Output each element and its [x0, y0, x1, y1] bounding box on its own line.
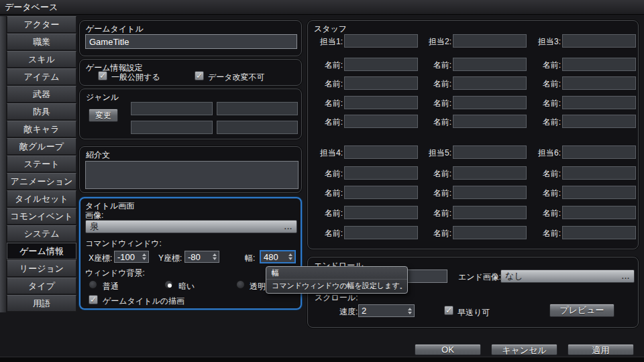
x-coord-spinner[interactable]: -100: [114, 251, 149, 263]
genre-field-3[interactable]: [131, 121, 213, 134]
staff-name-field[interactable]: [453, 76, 527, 90]
staff-name-field[interactable]: [453, 166, 527, 180]
staff-name-field[interactable]: [344, 206, 418, 219]
intro-group-label: 紹介文: [86, 149, 110, 161]
staff-role-field[interactable]: [344, 34, 418, 48]
end-image-label: エンド画像:: [458, 272, 501, 283]
staff-name-label: 名前:: [527, 168, 561, 180]
staff-role-field[interactable]: [453, 34, 527, 48]
draw-game-title-checkbox[interactable]: ✓: [89, 295, 98, 304]
staff-name-field[interactable]: [453, 206, 527, 219]
staff-role-field[interactable]: [562, 145, 636, 159]
public-release-checkbox[interactable]: ✓: [98, 71, 107, 80]
sidebar-tab-15[interactable]: タイプ: [7, 278, 76, 294]
sidebar-tab-10[interactable]: タイルセット: [7, 190, 76, 207]
staff-name-label: 名前:: [418, 60, 451, 71]
staff-name-field[interactable]: [453, 226, 527, 239]
window-bottom-edge: [0, 357, 644, 362]
game-title-input[interactable]: [85, 34, 297, 49]
sidebar-tab-9[interactable]: アニメーション: [7, 173, 76, 190]
staff-name-field[interactable]: [344, 226, 418, 239]
genre-change-button[interactable]: 変更: [89, 109, 118, 122]
staff-name-field[interactable]: [562, 186, 636, 199]
speed-spinner[interactable]: 2: [358, 304, 415, 317]
scroll-label: スクロール:: [315, 292, 358, 304]
preview-button[interactable]: プレビュー: [549, 304, 614, 317]
sidebar-edge-strip: [0, 16, 6, 312]
fast-forward-label: 早送り可: [458, 307, 490, 318]
staff-name-field[interactable]: [562, 58, 636, 71]
cancel-button[interactable]: キャンセル: [491, 344, 557, 355]
sidebar-tab-7[interactable]: 敵グループ: [7, 138, 76, 155]
fast-forward-checkbox[interactable]: ✓: [444, 306, 453, 315]
sidebar-tab-16[interactable]: 用語: [7, 295, 76, 312]
sidebar-tab-4[interactable]: 武器: [7, 86, 76, 103]
spinner-arrows-icon[interactable]: [212, 253, 219, 260]
staff-name-label: 名前:: [418, 117, 451, 128]
browse-ellipsis-icon[interactable]: ...: [622, 272, 630, 280]
tooltip: 幅 コマンドウィンドウの幅を設定します。: [266, 266, 408, 294]
spinner-arrows-icon[interactable]: [142, 253, 148, 260]
tooltip-body: コマンドウィンドウの幅を設定します。: [266, 280, 407, 293]
intro-group: 紹介文: [79, 146, 302, 193]
staff-name-field[interactable]: [562, 115, 636, 128]
sidebar-tab-6[interactable]: 敵キャラ: [7, 121, 76, 137]
staff-name-label: 名前:: [309, 78, 343, 90]
staff-name-field[interactable]: [453, 58, 527, 71]
radio-normal[interactable]: [89, 280, 97, 289]
staff-name-field[interactable]: [344, 76, 418, 90]
staff-name-field[interactable]: [453, 115, 527, 128]
spinner-arrows-icon[interactable]: [407, 308, 414, 314]
sidebar-tab-0[interactable]: アクター: [7, 16, 76, 33]
width-label: 幅:: [245, 253, 255, 264]
genre-field-2[interactable]: [217, 102, 298, 115]
staff-name-field[interactable]: [453, 186, 527, 199]
staff-name-field[interactable]: [344, 115, 418, 128]
sidebar-tab-13[interactable]: ゲーム情報: [7, 243, 76, 259]
staff-name-field[interactable]: [344, 58, 418, 71]
staff-name-label: 名前:: [309, 208, 343, 219]
staff-group-label: スタッフ: [314, 23, 347, 35]
staff-name-label: 名前:: [527, 188, 561, 199]
y-coord-spinner[interactable]: -80: [184, 251, 219, 263]
no-data-modify-checkbox[interactable]: ✓: [195, 71, 204, 80]
staff-name-field[interactable]: [344, 186, 418, 199]
sidebar-tab-14[interactable]: リージョン: [7, 260, 76, 277]
staff-name-field[interactable]: [562, 226, 636, 239]
sidebar-tab-2[interactable]: スキル: [7, 51, 76, 68]
title-image-dropdown[interactable]: 泉 ...: [85, 220, 297, 233]
staff-role-label: 担当6:: [527, 147, 561, 159]
staff-role-field[interactable]: [453, 145, 527, 159]
sidebar-tab-5[interactable]: 防具: [7, 103, 76, 120]
staff-name-label: 名前:: [527, 117, 561, 128]
staff-role-field[interactable]: [344, 145, 418, 159]
sidebar-tab-1[interactable]: 職業: [7, 34, 76, 50]
staff-role-field[interactable]: [562, 34, 636, 48]
sidebar-tab-3[interactable]: アイテム: [7, 68, 76, 85]
staff-name-field[interactable]: [562, 166, 636, 180]
radio-transparent[interactable]: [236, 280, 245, 289]
staff-name-label: 名前:: [527, 208, 561, 219]
staff-name-field[interactable]: [562, 96, 636, 109]
staff-role-label: 担当5:: [418, 147, 451, 159]
intro-textarea[interactable]: [85, 161, 299, 189]
staff-name-field[interactable]: [562, 206, 636, 219]
staff-name-field[interactable]: [344, 166, 418, 180]
staff-name-label: 名前:: [527, 98, 561, 109]
spinner-arrows-icon[interactable]: [288, 253, 294, 260]
ok-button[interactable]: OK: [415, 344, 481, 355]
staff-name-field[interactable]: [344, 96, 418, 109]
genre-field-1[interactable]: [131, 102, 213, 115]
staff-name-field[interactable]: [453, 96, 527, 109]
width-spinner[interactable]: 480: [260, 250, 296, 263]
genre-field-4[interactable]: [217, 121, 298, 134]
sidebar-tab-12[interactable]: システム: [7, 225, 76, 242]
apply-button[interactable]: 適用: [568, 344, 634, 355]
draw-game-title-label: ゲームタイトルの描画: [103, 296, 184, 307]
staff-name-field[interactable]: [562, 76, 636, 90]
sidebar-tab-8[interactable]: ステート: [7, 156, 76, 172]
browse-ellipsis-icon[interactable]: ...: [284, 223, 292, 231]
sidebar-tab-11[interactable]: コモンイベント: [7, 208, 76, 225]
end-image-dropdown[interactable]: なし ...: [500, 269, 635, 283]
radio-dark[interactable]: [164, 280, 173, 289]
